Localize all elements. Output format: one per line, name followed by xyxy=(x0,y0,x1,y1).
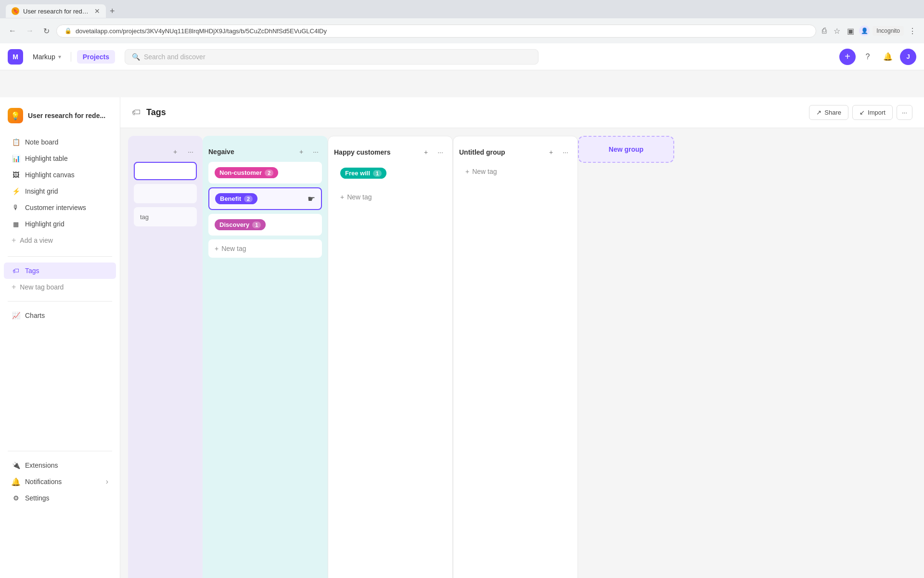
projects-button[interactable]: Projects xyxy=(77,50,115,64)
app-topbar: M Markup ▾ Projects 🔍 Search and discove… xyxy=(0,43,924,70)
tag-card-empty[interactable] xyxy=(134,184,197,203)
tag-card-text[interactable]: tag xyxy=(134,207,197,226)
tab-layout-icon[interactable]: ▣ xyxy=(845,25,856,38)
new-tag-untitled[interactable]: + New tag xyxy=(459,162,572,181)
sidebar-project[interactable]: 💡 User research for rede... xyxy=(0,103,120,128)
sidebar-item-extensions[interactable]: 🔌 Extensions xyxy=(4,457,116,473)
new-tag-happy-label: New tag xyxy=(347,193,372,201)
tag-card-non-customer[interactable]: Non-customer 2 xyxy=(208,162,322,184)
sidebar-label-customer-interviews: Customer interviews xyxy=(25,204,86,211)
avatar[interactable]: J xyxy=(900,49,916,65)
search-bar[interactable]: 🔍 Search and discover xyxy=(125,49,539,65)
new-group-button[interactable]: New group xyxy=(578,136,674,163)
workspace-name-button[interactable]: Markup ▾ xyxy=(29,50,65,64)
app-body: 💡 User research for rede... 📋 Note board… xyxy=(0,70,924,578)
discovery-count: 1 xyxy=(252,222,261,228)
sidebar-new-tag-board[interactable]: + New tag board xyxy=(4,279,116,295)
new-tag-happy[interactable]: + New tag xyxy=(334,188,447,206)
page-title: Tags xyxy=(146,107,166,118)
tags-icon: 🏷 xyxy=(12,266,20,275)
sidebar-item-tags[interactable]: 🏷 Tags xyxy=(4,263,116,279)
search-placeholder: Search and discover xyxy=(144,53,205,61)
col-happy-add-btn[interactable]: + xyxy=(420,146,432,158)
settings-icon: ⚙ xyxy=(12,494,20,502)
browser-tab[interactable]: 🔖 User research for redesigned ✕ xyxy=(6,4,106,18)
sidebar-charts-section: 📈 Charts xyxy=(0,305,120,326)
workspace-label: Markup xyxy=(33,53,55,61)
col-untitled-add-btn[interactable]: + xyxy=(545,146,557,158)
sidebar-item-note-board[interactable]: 📋 Note board xyxy=(4,134,116,150)
col-happy-header: Happy customers + ··· xyxy=(334,142,447,162)
sidebar-item-notifications[interactable]: 🔔 Notifications › xyxy=(4,473,116,490)
tag-text: tag xyxy=(140,213,149,221)
star-icon[interactable]: ☆ xyxy=(832,25,842,38)
url-text: dovetailapp.com/projects/3KV4yNUq11E8lrq… xyxy=(76,27,327,35)
sidebar-divider xyxy=(8,256,112,257)
new-tag-negaive[interactable]: + New tag xyxy=(208,239,322,258)
import-button[interactable]: ↙ Import xyxy=(852,105,893,120)
insight-grid-icon: ⚡ xyxy=(12,187,20,196)
add-button[interactable]: + xyxy=(839,49,856,65)
bell-icon: 🔔 xyxy=(883,52,893,61)
sidebar-item-customer-interviews[interactable]: 🎙 Customer interviews xyxy=(4,199,116,216)
sidebar-label-extensions: Extensions xyxy=(25,461,58,469)
col-partial-add-btn[interactable]: + xyxy=(169,145,181,158)
sidebar-add-view[interactable]: + Add a view xyxy=(4,232,116,249)
charts-icon: 📈 xyxy=(12,311,20,320)
menu-icon[interactable]: ⋮ xyxy=(907,25,918,38)
sidebar-item-highlight-grid[interactable]: ▦ Highlight grid xyxy=(4,216,116,232)
close-icon[interactable]: ✕ xyxy=(94,7,100,15)
reload-button[interactable]: ↻ xyxy=(40,25,52,38)
help-button[interactable]: ? xyxy=(860,49,876,65)
import-icon: ↙ xyxy=(860,109,865,116)
extensions-icon: 🔌 xyxy=(12,461,20,470)
new-tag-plus-icon: + xyxy=(215,245,218,252)
new-tab-button[interactable]: + xyxy=(106,4,119,18)
col-partial-more-btn[interactable]: ··· xyxy=(184,145,197,158)
kanban-board: + ··· tag Negaive + xyxy=(120,128,924,578)
sidebar-label-highlight-table: Highlight table xyxy=(25,155,68,162)
col-happy-more-btn[interactable]: ··· xyxy=(434,146,447,158)
sidebar-item-settings[interactable]: ⚙ Settings xyxy=(4,490,116,506)
notifications-sidebar-icon: 🔔 xyxy=(12,477,20,486)
share-icon: ↗ xyxy=(816,109,821,116)
forward-button[interactable]: → xyxy=(23,25,37,37)
workspace-chevron-icon: ▾ xyxy=(58,53,61,60)
col-untitled-more-btn[interactable]: ··· xyxy=(559,146,572,158)
sidebar-item-highlight-table[interactable]: 📊 Highlight table xyxy=(4,150,116,167)
new-tag-untitled-plus-icon: + xyxy=(465,168,469,175)
sidebar-label-tags: Tags xyxy=(25,267,39,275)
tag-card-benefit[interactable]: Benefit 2 ☛ xyxy=(208,187,322,210)
tag-card-discovery[interactable]: Discovery 1 xyxy=(208,214,322,236)
profile-icon: 👤 xyxy=(859,26,870,36)
back-button[interactable]: ← xyxy=(6,25,19,37)
tag-name-input[interactable] xyxy=(141,168,190,175)
url-bar[interactable]: 🔒 dovetailapp.com/projects/3KV4yNUq11E8l… xyxy=(56,25,816,38)
sidebar-label-note-board: Note board xyxy=(25,138,58,146)
tab-favicon: 🔖 xyxy=(12,7,19,15)
sidebar-item-charts[interactable]: 📈 Charts xyxy=(4,307,116,324)
share-button[interactable]: ↗ Share xyxy=(809,105,848,120)
new-tag-happy-plus-icon: + xyxy=(340,193,344,201)
sidebar-item-insight-grid[interactable]: ⚡ Insight grid xyxy=(4,183,116,199)
tag-input-card[interactable] xyxy=(134,162,197,180)
col-happy-actions: + ··· xyxy=(420,146,447,158)
sidebar-label-notifications: Notifications xyxy=(25,478,62,486)
sidebar-label-new-tag-board: New tag board xyxy=(20,283,64,291)
cast-icon[interactable]: ⎙ xyxy=(820,25,829,37)
more-options-button[interactable]: ··· xyxy=(897,105,912,120)
page-header-actions: ↗ Share ↙ Import ··· xyxy=(809,105,912,120)
col-partial-header: + ··· xyxy=(134,142,197,162)
tab-title: User research for redesigned xyxy=(23,8,90,15)
column-partial: + ··· tag xyxy=(128,136,203,578)
col-negaive-more-btn[interactable]: ··· xyxy=(309,145,322,158)
customer-interviews-icon: 🎙 xyxy=(12,203,20,212)
page-header: 🏷 Tags ↗ Share ↙ Import ··· xyxy=(120,97,924,128)
notifications-button[interactable]: 🔔 xyxy=(880,49,896,65)
col-negaive-add-btn[interactable]: + xyxy=(295,145,308,158)
benefit-badge: Benefit 2 xyxy=(215,193,257,204)
new-tag-untitled-label: New tag xyxy=(472,168,497,175)
sidebar-item-highlight-canvas[interactable]: 🖼 Highlight canvas xyxy=(4,167,116,183)
sidebar-label-settings: Settings xyxy=(25,494,50,502)
tag-card-free-will[interactable]: Free will 1 xyxy=(334,162,447,184)
